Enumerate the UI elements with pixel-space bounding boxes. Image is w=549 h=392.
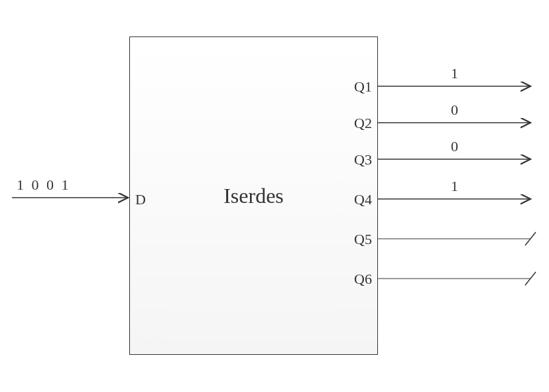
port-q5-label: Q5 <box>354 231 372 248</box>
port-q4-label: Q4 <box>354 191 372 208</box>
port-d-label: D <box>135 191 146 208</box>
block-title: Iserdes <box>223 184 284 208</box>
output-q4-value: 1 <box>451 178 458 195</box>
input-value: 1 0 0 1 <box>17 176 71 194</box>
output-q3-value: 0 <box>451 138 458 155</box>
output-q2-value: 0 <box>451 101 458 119</box>
port-q6-label: Q6 <box>354 271 372 288</box>
iserdes-block: Iserdes D Q1 Q2 Q3 Q4 Q5 Q6 <box>129 36 378 355</box>
port-q3-label: Q3 <box>354 151 372 168</box>
output-q5-slash <box>525 232 536 245</box>
iserdes-diagram: Iserdes D Q1 Q2 Q3 Q4 Q5 Q6 1 0 0 1 1 0 … <box>0 0 549 392</box>
port-q1-label: Q1 <box>354 78 372 96</box>
output-q1-value: 1 <box>451 65 458 82</box>
output-q6-slash <box>525 272 536 285</box>
port-q2-label: Q2 <box>354 115 372 132</box>
